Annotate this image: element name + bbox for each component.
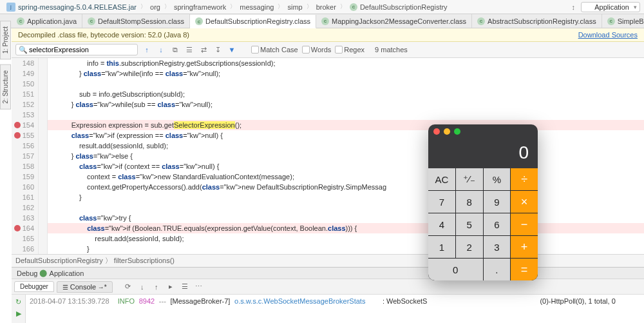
decompile-notification: Decompiled .class file, bytecode version… (12, 28, 644, 42)
calc-button-x[interactable]: . (484, 259, 511, 280)
calc-button-2[interactable]: 2 (456, 236, 483, 258)
debug-toolbar: Debugger ☰ Console →* ⟳ ↓ ↑ ▸ ☰ ⋯ (12, 279, 644, 294)
breadcrumb-pkg[interactable]: broker (314, 3, 339, 11)
editor-tab[interactable]: cApplication.java (12, 14, 82, 28)
calc-button-9[interactable]: 9 (484, 191, 511, 213)
debug-extra-icon[interactable]: ⋯ (193, 280, 205, 293)
sync-icon[interactable]: ↕ (568, 2, 578, 12)
calculator-window[interactable]: 0 AC⁺∕₋%÷789×456−123+0.= (428, 124, 538, 280)
regex-checkbox[interactable]: Regex (335, 46, 365, 54)
next-match-icon[interactable]: ↓ (156, 44, 166, 55)
calc-button-7[interactable]: 7 (428, 191, 455, 213)
close-icon[interactable] (433, 128, 440, 135)
class-icon: c (350, 3, 357, 11)
jar-icon: j (6, 3, 15, 12)
calc-button-x[interactable]: × (511, 191, 538, 213)
resume-icon[interactable]: ▶ (12, 309, 25, 318)
notification-text: Decompiled .class file, bytecode version… (18, 31, 189, 39)
breadcrumb-pkg[interactable]: simp (285, 3, 305, 11)
calc-button-x[interactable]: % (484, 168, 511, 190)
find-results: 9 matches (375, 46, 408, 54)
class-icon: c (607, 17, 615, 25)
words-checkbox[interactable]: Words (302, 46, 332, 54)
editor-tab[interactable]: cAbstractSubscriptionRegistry.class (472, 14, 602, 28)
calc-button-x[interactable]: + (511, 236, 538, 258)
class-icon: c (195, 17, 203, 25)
calc-button-4[interactable]: 4 (428, 213, 455, 235)
calc-button-6[interactable]: 6 (484, 213, 511, 235)
evaluate-icon[interactable]: ☰ (178, 280, 191, 293)
step-out-icon[interactable]: ↑ (150, 280, 163, 293)
class-icon: c (477, 17, 485, 25)
console-panel: ↻ ▶ ■ ❚❚ 📷 ⚙ 🗑 2018-04-07 13:15:39.728 I… (12, 294, 644, 323)
find-input[interactable] (15, 44, 138, 55)
editor-tab[interactable]: cDefaultStompSession.class (82, 14, 190, 28)
code-editor[interactable]: 1481491501511521531541551561571581591601… (12, 58, 644, 254)
breadcrumb-class[interactable]: cDefaultSubscriptionRegistry (347, 3, 450, 11)
calc-button-x[interactable]: − (511, 213, 538, 235)
editor-tabs: cApplication.javacDefaultStompSession.cl… (0, 14, 644, 28)
download-sources-link[interactable]: Download Sources (578, 31, 638, 39)
calc-button-xxx[interactable]: ⁺∕₋ (456, 168, 483, 190)
breadcrumb-jar[interactable]: jspring-messaging-5.0.4.RELEASE.jar (4, 3, 139, 12)
calc-button-x[interactable]: = (511, 259, 538, 280)
editor-crumbtrail[interactable]: DefaultSubscriptionRegistry 〉 filterSubs… (12, 254, 644, 267)
step-over-icon[interactable]: ⟳ (122, 280, 135, 293)
structure-tool-tab[interactable]: 2: Structure (0, 64, 11, 110)
step-into-icon[interactable]: ↓ (136, 280, 149, 293)
find-extra-icon[interactable]: ↧ (213, 44, 223, 55)
run-to-cursor-icon[interactable]: ▸ (164, 280, 177, 293)
class-icon: c (17, 17, 24, 25)
filter-icon[interactable]: ▼ (227, 44, 237, 55)
editor-tab[interactable]: cMappingJackson2MessageConverter.class (316, 14, 472, 28)
find-bar: 🔍 ↑ ↓ ⧉ ☰ ⇄ ↧ ▼ Match Case Words Regex 9… (12, 42, 644, 58)
project-tool-tab[interactable]: 1: Project (0, 21, 11, 59)
editor-tab[interactable]: cDefaultSubscriptionRegistry.class (190, 15, 316, 28)
calc-button-8[interactable]: 8 (456, 191, 483, 213)
find-extra-icon[interactable]: ☰ (184, 44, 194, 55)
search-icon: 🔍 (19, 46, 28, 54)
breadcrumb-bar: jspring-messaging-5.0.4.RELEASE.jar 〉org… (0, 0, 644, 14)
find-extra-icon[interactable]: ⇄ (198, 44, 209, 55)
calc-button-0[interactable]: 0 (428, 259, 483, 280)
calc-button-5[interactable]: 5 (456, 213, 483, 235)
calc-button-1[interactable]: 1 (428, 236, 455, 258)
calc-button-3[interactable]: 3 (484, 236, 511, 258)
prev-match-icon[interactable]: ↑ (142, 44, 152, 55)
rerun-icon[interactable]: ↻ (12, 297, 25, 306)
calc-button-x[interactable]: ÷ (511, 168, 538, 190)
find-extra-icon[interactable]: ⧉ (170, 44, 180, 55)
minimize-icon[interactable] (444, 128, 450, 135)
calculator-titlebar[interactable] (428, 124, 538, 139)
match-case-checkbox[interactable]: Match Case (251, 46, 298, 54)
editor-tab[interactable]: cSimpleBrokerMessageHandler.class (602, 14, 644, 28)
breadcrumb-pkg[interactable]: messaging (237, 3, 276, 11)
zoom-icon[interactable] (454, 128, 460, 135)
run-config-dropdown[interactable]: Application (581, 2, 640, 12)
class-icon: c (321, 17, 329, 25)
console-tab[interactable]: ☰ Console →* (57, 281, 113, 293)
calculator-display: 0 (428, 139, 538, 168)
breadcrumb-pkg[interactable]: org (147, 3, 163, 11)
debugger-tab[interactable]: Debugger (14, 281, 54, 292)
class-icon: c (88, 17, 95, 25)
debug-panel-header: Debug ⬤ Application (12, 267, 644, 279)
console-output[interactable]: 2018-04-07 13:15:39.728 INFO 8942 --- [M… (26, 295, 644, 323)
calc-button-AC[interactable]: AC (428, 168, 455, 190)
breadcrumb-pkg[interactable]: springframework (171, 3, 229, 11)
